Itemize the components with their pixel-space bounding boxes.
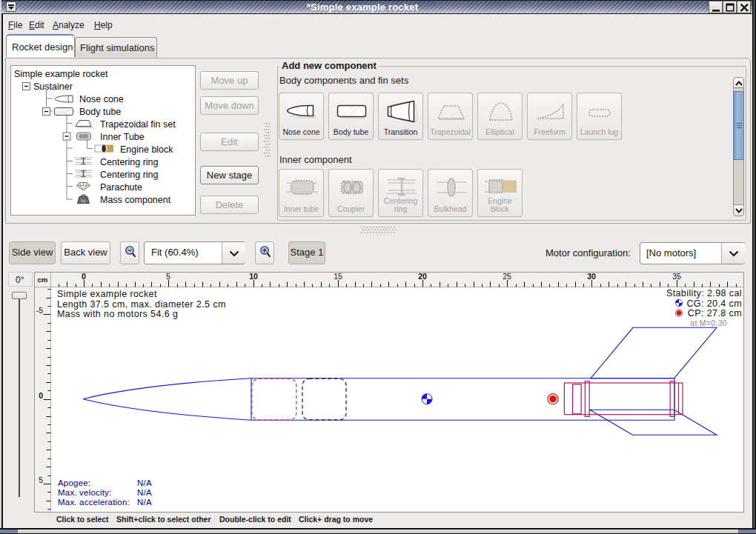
svg-text:Mass with no motors 54.6 g: Mass with no motors 54.6 g — [57, 309, 178, 319]
svg-text:35: 35 — [672, 272, 681, 281]
svg-text:25: 25 — [503, 272, 511, 281]
svg-text:Apogee:: Apogee: — [58, 478, 90, 487]
svg-text:Max. acceleration:: Max. acceleration: — [58, 498, 130, 507]
svg-text:Length 37.5 cm, max. diameter: Length 37.5 cm, max. diameter 2.5 cm — [57, 299, 226, 310]
svg-text:cm: cm — [38, 276, 48, 284]
svg-text:at M=0.30: at M=0.30 — [690, 318, 727, 327]
svg-text:Simple example rocket: Simple example rocket — [57, 289, 157, 299]
svg-text:10: 10 — [249, 272, 258, 281]
svg-text:CG: 20.4 cm: CG: 20.4 cm — [686, 298, 742, 309]
svg-text:-5: -5 — [36, 306, 43, 315]
svg-text:20: 20 — [418, 272, 427, 281]
svg-text:N/A: N/A — [137, 478, 152, 487]
svg-text:5: 5 — [166, 272, 170, 281]
svg-text:15: 15 — [334, 272, 342, 281]
svg-text:5: 5 — [39, 475, 43, 484]
svg-text:Stability: 2.98 cal: Stability: 2.98 cal — [666, 288, 742, 298]
svg-text:0: 0 — [39, 391, 43, 400]
svg-text:CP: 27.8 cm: CP: 27.8 cm — [688, 308, 742, 318]
svg-text:30: 30 — [587, 272, 596, 281]
svg-text:0: 0 — [82, 272, 86, 281]
svg-text:N/A: N/A — [137, 498, 152, 507]
svg-text:N/A: N/A — [137, 488, 152, 497]
svg-text:kg: kg — [82, 198, 86, 203]
svg-text:Max. velocity:: Max. velocity: — [58, 488, 111, 497]
